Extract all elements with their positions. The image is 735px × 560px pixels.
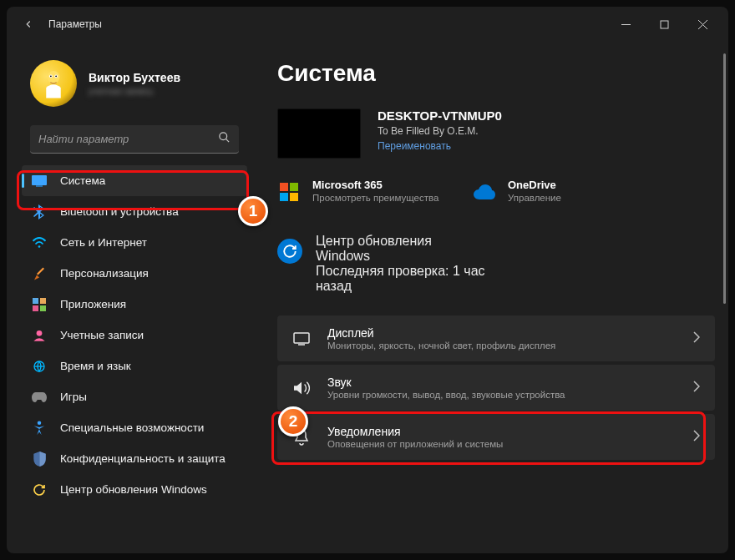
onedrive-icon [473,180,496,204]
sound-icon [292,379,311,397]
svg-point-14 [37,330,43,336]
svg-point-1 [48,71,60,83]
back-button[interactable] [17,13,40,36]
microsoft365-icon [277,180,301,204]
sidebar-item-apps[interactable]: Приложения [22,289,247,320]
nav: Система Bluetooth и устройства Сеть и Ин… [7,165,259,505]
tile-microsoft365[interactable]: Microsoft 365 Просмотреть преимущества [277,179,453,204]
svg-rect-19 [280,193,288,201]
device-block: DESKTOP-VTNMUP0 To Be Filled By O.E.M. П… [277,108,715,159]
scrollbar[interactable] [723,53,726,547]
sidebar-item-label: Сеть и Интернет [60,236,147,249]
sidebar-item-label: Система [60,174,105,187]
svg-rect-17 [280,183,288,191]
profile-name: Виктор Бухтеев [89,71,180,84]
globe-clock-icon [32,359,47,374]
tile-onedrive[interactable]: OneDrive Управление [473,179,648,204]
update-icon [32,482,47,497]
sidebar-item-label: Специальные возможности [60,421,204,434]
maximize-button[interactable] [645,11,683,38]
bluetooth-icon [32,204,47,219]
titlebar: Параметры [7,7,728,42]
sidebar-item-accounts[interactable]: Учетные записи [22,320,247,351]
profile-block[interactable]: Виктор Бухтеев учетная запись [7,48,259,122]
tile-sub: Последняя проверка: 1 час назад [316,264,486,294]
sync-icon [277,239,302,264]
paintbrush-icon [32,266,47,281]
sidebar-item-label: Приложения [60,298,126,310]
account-icon [32,328,47,343]
search-input[interactable] [38,133,218,145]
sidebar: Виктор Бухтеев учетная запись Система Bl… [7,42,259,553]
tile-name: Центр обновления Windows [316,234,486,264]
sidebar-item-label: Конфиденциальность и защита [60,452,226,465]
apps-icon [32,297,47,312]
window-controls [606,11,722,38]
device-thumbnail [277,108,361,159]
svg-rect-10 [33,298,38,304]
tile-windows-update[interactable]: Центр обновления Windows Последняя прове… [277,234,486,294]
list-item-notifications[interactable]: Уведомления Оповещения от приложений и с… [277,414,715,460]
search-box[interactable] [30,125,239,154]
device-name: DESKTOP-VTNMUP0 [378,108,502,123]
svg-rect-21 [294,333,309,343]
svg-rect-7 [32,175,47,185]
list-item-sub: Оповещения от приложений и системы [327,439,677,449]
sidebar-item-network[interactable]: Сеть и Интернет [22,227,247,258]
gamepad-icon [32,390,47,405]
svg-rect-0 [661,21,668,28]
svg-point-9 [38,245,41,248]
rename-link[interactable]: Переименовать [378,140,502,152]
chevron-right-icon [693,430,700,445]
sidebar-item-bluetooth[interactable]: Bluetooth и устройства [22,196,247,227]
svg-point-6 [220,133,227,140]
list-item-name: Звук [327,376,677,389]
search-icon [218,131,231,147]
system-icon [32,174,47,189]
minimize-button[interactable] [606,11,645,38]
list-item-name: Дисплей [327,326,677,340]
sidebar-item-system[interactable]: Система [22,165,247,196]
svg-rect-18 [290,183,298,191]
sidebar-item-update[interactable]: Центр обновления Windows [22,474,247,505]
profile-sub: учетная запись [89,86,180,96]
list-item-display[interactable]: Дисплей Мониторы, яркость, ночной свет, … [277,315,715,361]
svg-rect-13 [40,305,46,311]
list-item-name: Уведомления [327,425,677,438]
close-button[interactable] [683,11,722,38]
svg-rect-11 [40,298,46,304]
device-sub: To Be Filled By O.E.M. [378,125,502,137]
chevron-right-icon [693,381,700,396]
settings-window: Параметры Виктор Бухтеев учетная запись [7,7,728,553]
sidebar-item-label: Игры [60,391,87,403]
sidebar-item-accessibility[interactable]: Специальные возможности [22,412,247,443]
avatar [30,60,77,107]
display-icon [292,330,311,348]
page-title: Система [277,60,715,87]
scrollbar-thumb[interactable] [723,53,726,304]
list-item-sub: Мониторы, яркость, ночной свет, профиль … [327,341,677,351]
list-item-sound[interactable]: Звук Уровни громкости, вывод, ввод, звук… [277,365,715,411]
sidebar-item-label: Время и язык [60,360,131,372]
sidebar-item-label: Bluetooth и устройства [60,205,179,218]
list-item-sub: Уровни громкости, вывод, ввод, звуковые … [327,390,677,400]
window-title: Параметры [48,18,102,30]
shield-icon [32,452,47,467]
svg-point-16 [38,421,42,425]
content-area: Система DESKTOP-VTNMUP0 To Be Filled By … [259,42,728,553]
tile-name: OneDrive [508,179,561,191]
settings-list: Дисплей Мониторы, яркость, ночной свет, … [277,315,715,460]
svg-rect-12 [33,305,38,311]
tile-sub: Просмотреть преимущества [312,193,438,203]
sidebar-item-personalization[interactable]: Персонализация [22,258,247,289]
tile-name: Microsoft 365 [312,179,438,191]
bell-icon [292,428,311,446]
accessibility-icon [32,421,47,436]
sidebar-item-label: Персонализация [60,267,149,280]
sidebar-item-time-language[interactable]: Время и язык [22,351,247,381]
sidebar-item-label: Учетные записи [60,329,144,341]
sidebar-item-gaming[interactable]: Игры [22,381,247,412]
sidebar-item-privacy[interactable]: Конфиденциальность и защита [22,443,247,474]
svg-rect-20 [290,193,298,201]
wifi-icon [32,235,47,250]
